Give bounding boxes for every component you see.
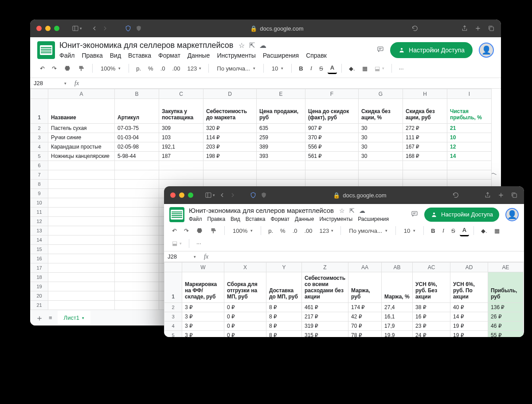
cell[interactable] [115,226,159,235]
col-header[interactable]: C [159,89,203,99]
row-header[interactable]: 3 [164,312,182,322]
cell[interactable]: 78 ₽ [348,331,382,337]
row-header[interactable]: 15 [31,245,48,254]
back-icon[interactable] [219,192,226,199]
cell[interactable]: 111 ₽ [403,133,447,142]
col-header[interactable]: X [224,263,266,272]
new-tab-icon[interactable] [474,25,481,32]
row-header[interactable]: 10 [31,198,48,208]
formula-input[interactable] [83,78,501,88]
borders-icon[interactable]: ▦ [492,226,502,236]
cell[interactable]: 19 ₽ [450,331,488,337]
col-header[interactable]: AD [450,263,488,272]
cell[interactable]: 30 [359,152,403,161]
cell[interactable] [48,291,115,301]
italic-button[interactable]: I [440,225,447,236]
row-header[interactable]: 19 [31,282,48,291]
cell[interactable] [115,217,159,226]
cell[interactable] [48,282,115,291]
cell[interactable]: Маркировка на ФФ/складе, руб [182,272,224,303]
percent-button[interactable]: % [145,63,156,74]
sheet-tab[interactable]: Лист1▾ [58,311,90,325]
move-icon[interactable]: ⇱ [249,41,255,50]
cell[interactable] [115,301,159,310]
avatar[interactable] [479,43,494,58]
bold-button[interactable]: B [296,63,305,74]
cell[interactable]: Название [48,99,115,124]
percent-button[interactable]: % [278,226,288,236]
print-icon[interactable] [61,63,74,74]
cell[interactable]: 46 ₽ [488,322,524,331]
cell[interactable] [257,170,305,180]
cell[interactable] [115,198,159,208]
col-header[interactable] [164,263,182,272]
cell[interactable]: Себестоимость до маркета [203,99,257,124]
sidebar-icon[interactable]: ▾ [72,25,82,32]
cell[interactable] [115,235,159,245]
cell[interactable]: 26 ₽ [488,312,524,322]
shield-icon[interactable] [135,25,142,32]
share-icon[interactable] [461,25,468,32]
share-button[interactable]: Настройки Доступа [390,42,473,58]
col-header[interactable]: F [305,89,359,99]
row-header[interactable]: 2 [164,303,182,312]
shield-icon[interactable] [260,192,267,199]
cell[interactable]: 16 ₽ [413,312,450,322]
spreadsheet[interactable]: WXYZAAABACADAE1Маркировка на ФФ/складе, … [164,262,524,337]
menu-data[interactable]: Данные [295,216,314,222]
cell[interactable] [115,170,159,180]
sheets-logo-icon[interactable] [169,207,184,222]
cell[interactable]: 55 ₽ [488,331,524,337]
font-select[interactable]: По умолча... [213,63,259,74]
col-header[interactable] [31,89,48,99]
tabs-icon[interactable] [511,192,518,199]
cell[interactable]: 0 ₽ [224,322,266,331]
reload-icon[interactable] [411,25,419,32]
menu-format[interactable]: Формат [158,52,180,59]
row-header[interactable]: 21 [31,301,48,310]
cell[interactable] [305,161,359,170]
undo-icon[interactable]: ↶ [37,63,47,74]
forward-icon[interactable] [229,192,236,199]
cell[interactable]: Чистая прибыль, % [447,99,492,124]
cell[interactable]: 319 ₽ [302,322,348,331]
sheets-logo-icon[interactable] [37,41,55,59]
cell[interactable]: 907 ₽ [305,124,359,133]
merge-icon[interactable]: ⬓ [372,63,387,74]
cell[interactable]: 5-98-44 [115,152,159,161]
cell[interactable]: 556 ₽ [305,142,359,152]
cell[interactable]: 103 [159,133,203,142]
cell[interactable]: Карандаши простые [48,142,115,152]
cell[interactable]: Цена до скидок (факт), руб [305,99,359,124]
cell[interactable]: 40 ₽ [450,303,488,312]
cell[interactable]: Прибыль, руб [488,272,524,303]
cell[interactable]: 3 ₽ [182,303,224,312]
cell[interactable]: 23 ₽ [413,322,450,331]
cell[interactable] [48,170,115,180]
cell[interactable] [115,180,159,189]
redo-icon[interactable]: ↷ [49,63,59,74]
cell[interactable]: 168 ₽ [403,152,447,161]
cell[interactable] [48,235,115,245]
name-box[interactable]: J28 [164,251,200,262]
cell[interactable]: 8 ₽ [266,331,302,337]
cell[interactable]: 393 [257,152,305,161]
cell[interactable]: 167 ₽ [403,142,447,152]
paint-format-icon[interactable] [75,63,88,74]
merge-icon[interactable]: ⬓ [169,238,184,248]
comments-icon[interactable] [411,209,418,220]
font-size-select[interactable]: 10 [400,226,419,236]
cell[interactable]: Себестоимость со всеми расходами без акц… [302,272,348,303]
cell[interactable]: Сборка для отгрузки на МП, руб [224,272,266,303]
cell[interactable]: 217 ₽ [302,312,348,322]
shield-outline-icon[interactable] [125,25,132,32]
decrease-decimal-button[interactable]: .0 [158,63,168,74]
cell[interactable]: 14 [447,152,492,161]
col-header[interactable]: B [115,89,159,99]
doc-title[interactable]: Юнит-экономика для селлеров маркетплейсо… [59,41,233,50]
minimize-window-icon[interactable] [179,192,184,198]
cell[interactable] [115,282,159,291]
zoom-select[interactable]: 100% [97,63,124,74]
close-window-icon[interactable] [36,26,42,31]
cell[interactable]: 272 ₽ [403,124,447,133]
